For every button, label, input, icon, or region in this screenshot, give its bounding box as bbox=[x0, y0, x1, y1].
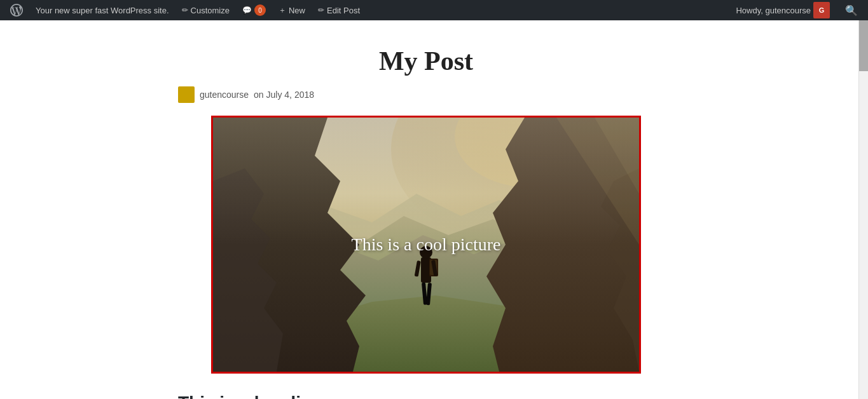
customize-icon: ✏ bbox=[182, 6, 188, 15]
author-avatar bbox=[178, 86, 195, 103]
howdy-label: Howdy, gutencourse bbox=[736, 6, 811, 15]
wp-logo-button[interactable] bbox=[5, 0, 28, 20]
user-menu-button[interactable]: Howdy, gutencourse G bbox=[731, 0, 835, 20]
edit-post-label: Edit Post bbox=[327, 6, 360, 15]
post-heading: This is a heading bbox=[13, 393, 839, 399]
plus-icon: ＋ bbox=[279, 5, 286, 16]
admin-bar-right: Howdy, gutencourse G 🔍 bbox=[731, 0, 863, 20]
customize-button[interactable]: ✏ Customize bbox=[177, 0, 235, 20]
admin-bar-left: Your new super fast WordPress site. ✏ Cu… bbox=[5, 0, 731, 20]
site-name-button[interactable]: Your new super fast WordPress site. bbox=[31, 0, 174, 20]
user-avatar: G bbox=[813, 2, 830, 18]
comments-button[interactable]: 💬 0 bbox=[237, 0, 271, 20]
new-content-button[interactable]: ＋ New bbox=[273, 0, 310, 20]
edit-post-button[interactable]: ✏ Edit Post bbox=[313, 0, 365, 20]
image-block: This is a cool picture bbox=[213, 118, 639, 372]
image-caption: This is a cool picture bbox=[352, 234, 501, 255]
edit-icon: ✏ bbox=[318, 6, 324, 15]
page-content: My Post gutencourse on July 4, 2018 bbox=[0, 20, 858, 399]
new-label: New bbox=[289, 6, 305, 15]
post-author[interactable]: gutencourse bbox=[200, 90, 249, 100]
customize-label: Customize bbox=[191, 6, 230, 15]
search-button[interactable]: 🔍 bbox=[840, 4, 863, 17]
comment-bubble-icon: 💬 bbox=[242, 6, 252, 15]
comment-count-badge: 0 bbox=[254, 4, 266, 16]
post-meta: gutencourse on July 4, 2018 bbox=[13, 86, 839, 103]
site-name-label: Your new super fast WordPress site. bbox=[36, 6, 169, 15]
post-title: My Post bbox=[13, 46, 839, 76]
image-block-selected[interactable]: This is a cool picture bbox=[211, 116, 641, 374]
post-date: on July 4, 2018 bbox=[254, 90, 314, 100]
admin-bar: Your new super fast WordPress site. ✏ Cu… bbox=[0, 0, 868, 20]
scrollbar[interactable] bbox=[858, 20, 868, 399]
scrollbar-thumb[interactable] bbox=[859, 20, 868, 71]
